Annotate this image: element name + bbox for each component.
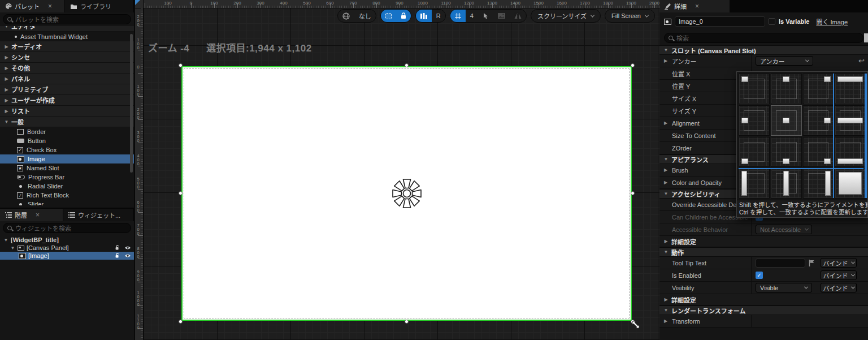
resize-handle-top-right[interactable]: [631, 63, 635, 67]
anchor-preset-top-center[interactable]: [771, 74, 802, 104]
anchor-preset-bottom-center[interactable]: [771, 137, 802, 167]
row-advanced-settings-2[interactable]: ▶詳細設定: [659, 294, 868, 305]
tree-node-widgetbp[interactable]: ▼ [WidgetBP_title]: [0, 236, 134, 244]
row-advanced-settings[interactable]: ▶詳細設定: [659, 236, 868, 247]
eye-icon[interactable]: [124, 246, 131, 250]
respect-locks-button[interactable]: R: [432, 10, 445, 22]
palette-category[interactable]: ▶その他: [0, 63, 134, 74]
resize-handle-top-center[interactable]: [405, 63, 409, 67]
anchor-preset-middle-stretch[interactable]: [835, 105, 866, 136]
widget-name-input[interactable]: [675, 16, 765, 27]
lock-toggle[interactable]: [396, 10, 411, 22]
row-is-enabled[interactable]: Is Enabled ✓ バインド: [659, 269, 868, 282]
palette-search-input[interactable]: パレットを検索: [3, 14, 131, 24]
palette-category[interactable]: ▶リスト: [0, 106, 134, 117]
designer-viewport[interactable]: 1000100200300400500600700800900100011001…: [135, 0, 659, 340]
anchor-dropdown[interactable]: アンカー: [756, 56, 813, 66]
details-scrollbar[interactable]: [864, 33, 868, 42]
palette-item-rich-text[interactable]: /Rich Text Block: [0, 191, 134, 200]
reset-to-default-icon[interactable]: ↩: [858, 57, 865, 65]
bind-button[interactable]: バインド: [821, 270, 857, 280]
close-icon[interactable]: ×: [48, 3, 52, 10]
palette-item-named-slot[interactable]: ★Named Slot: [0, 163, 134, 173]
anchor-preset-top-right[interactable]: [803, 74, 834, 104]
localization-none-button[interactable]: なし: [354, 10, 376, 22]
resize-handle-top-left[interactable]: [179, 63, 183, 67]
tab-library[interactable]: ライブラリ: [65, 0, 134, 12]
accessible-behavior-dropdown[interactable]: Not Accessible: [756, 225, 812, 234]
palette-category-editor[interactable]: ▼ エディタ: [0, 26, 134, 32]
eye-icon[interactable]: [124, 253, 131, 258]
palette-category[interactable]: ▶プリミティブ: [0, 84, 134, 95]
screen-size-dropdown[interactable]: スクリーンサイズ: [531, 9, 601, 23]
row-tool-tip-text[interactable]: Tool Tip Text バインド: [659, 257, 868, 269]
palette-category-common[interactable]: ▼ 一般: [0, 117, 134, 127]
close-icon[interactable]: ×: [36, 212, 40, 218]
palette-item-radial-slider[interactable]: Radial Slider: [0, 182, 134, 191]
close-icon[interactable]: ×: [695, 3, 699, 10]
hierarchy-search-input[interactable]: ウィジェットを検索: [3, 223, 131, 233]
tab-details[interactable]: 詳細 ×: [659, 0, 730, 12]
anchor-preset-bottom-left[interactable]: [739, 137, 770, 167]
tab-hierarchy[interactable]: 階層 ×: [0, 209, 63, 221]
widget-outline-toggle[interactable]: [416, 10, 432, 22]
flip-preview-button[interactable]: [510, 10, 526, 22]
palette-category[interactable]: ▶オーディオ: [0, 41, 134, 52]
unlock-icon[interactable]: [115, 253, 120, 259]
grid-snap-size[interactable]: 4: [466, 10, 478, 22]
anchor-preset-right-fill[interactable]: [803, 168, 834, 199]
palette-item-asset-thumbnail[interactable]: Asset Thumbnail Widget: [0, 32, 134, 41]
tree-node-canvas-panel[interactable]: ▼ [Canvas Panel]: [0, 244, 134, 252]
bind-button[interactable]: バインド: [821, 283, 857, 292]
anchor-preset-bottom-stretch[interactable]: [835, 137, 866, 167]
palette-item-border[interactable]: Border: [0, 127, 134, 136]
palette-category[interactable]: ▶ユーザーが作成: [0, 95, 134, 106]
open-image-link[interactable]: 開く Image: [816, 17, 848, 26]
flag-icon[interactable]: [809, 260, 814, 266]
cursor-select-button[interactable]: [478, 10, 493, 22]
fill-rule-dropdown[interactable]: Fill Screen: [605, 9, 655, 23]
dashed-outline-toggle[interactable]: [381, 10, 396, 22]
palette-scrollbar[interactable]: [130, 34, 133, 173]
row-anchor[interactable]: ▶ アンカー アンカー ↩: [659, 55, 868, 67]
anchor-preset-left-fill[interactable]: [739, 168, 770, 199]
anchor-preset-middle-center[interactable]: [771, 105, 802, 136]
popup-scrollbar[interactable]: [865, 74, 867, 198]
resize-handle-middle-left[interactable]: [179, 191, 183, 195]
details-search-input[interactable]: 検索: [664, 33, 863, 43]
row-accessible-behavior[interactable]: Accessible Behavior Not Accessible: [659, 223, 868, 236]
section-render-transform[interactable]: ▼レンダートランスフォーム: [659, 305, 868, 315]
palette-category[interactable]: ▶パネル: [0, 74, 134, 84]
tree-node-image[interactable]: [Image]: [0, 252, 134, 260]
tooltip-text-input[interactable]: [756, 259, 805, 268]
anchor-preset-full-fill[interactable]: [835, 168, 866, 199]
checked-checkbox-icon[interactable]: ✓: [756, 272, 763, 279]
resize-handle-middle-right[interactable]: [631, 191, 635, 195]
palette-category[interactable]: ▶シンセ: [0, 52, 134, 63]
grid-snap-toggle[interactable]: [450, 10, 466, 22]
palette-item-checkbox[interactable]: ✓Check Box: [0, 145, 134, 154]
anchor-preset-middle-right[interactable]: [803, 105, 834, 136]
widget-canvas[interactable]: [181, 66, 632, 321]
localization-preview-button[interactable]: [338, 10, 354, 22]
tab-widgets[interactable]: ウィジェット...: [63, 209, 134, 221]
resize-handle-bottom-center[interactable]: [405, 320, 409, 324]
anchor-preset-bottom-right[interactable]: [803, 137, 834, 167]
anchor-preset-top-left[interactable]: [739, 74, 770, 104]
section-slot[interactable]: ▼スロット (Canvas Panel Slot): [659, 45, 868, 55]
section-behavior[interactable]: ▼動作: [659, 247, 868, 257]
unlock-icon[interactable]: [115, 245, 120, 251]
row-visibility[interactable]: Visibility Visible バインド: [659, 282, 868, 294]
row-transform[interactable]: ▶Transform: [659, 315, 868, 328]
anchor-preset-middle-left[interactable]: [739, 105, 770, 136]
palette-item-image[interactable]: Image: [0, 154, 134, 163]
resize-handle-bottom-left[interactable]: [179, 320, 183, 324]
anchor-preset-top-stretch[interactable]: [835, 74, 866, 104]
anchor-preset-center-fill[interactable]: [771, 168, 802, 199]
visibility-dropdown[interactable]: Visible: [756, 283, 812, 292]
is-variable-checkbox[interactable]: [769, 18, 775, 25]
bind-button[interactable]: バインド: [821, 258, 857, 268]
preview-background-button[interactable]: [493, 10, 510, 22]
tab-palette[interactable]: パレット ×: [0, 0, 65, 12]
palette-item-button[interactable]: Button: [0, 136, 134, 145]
